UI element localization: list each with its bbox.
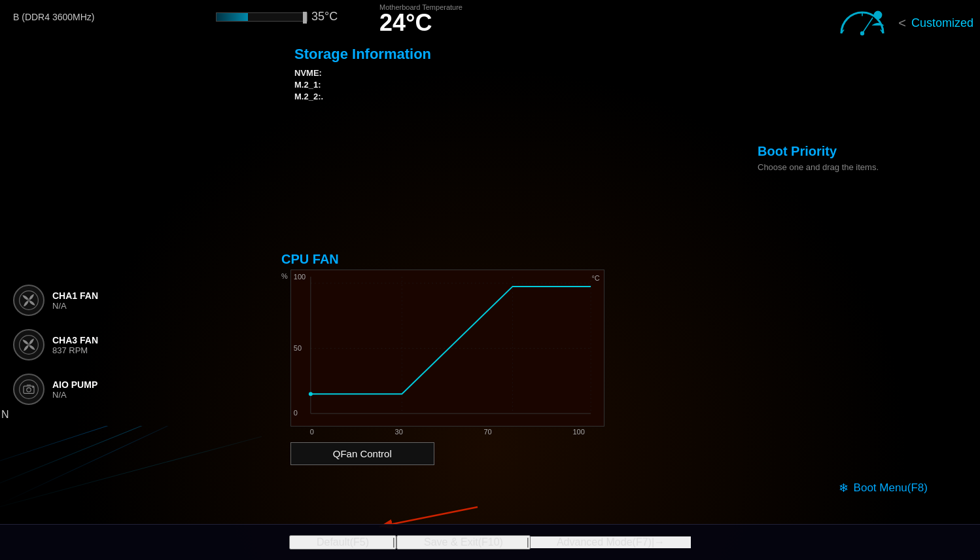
- cha1-fan-speed: N/A: [52, 301, 98, 311]
- aio-pump-name: AIO PUMP: [52, 379, 97, 390]
- customized-nav[interactable]: < Customized: [898, 16, 973, 31]
- cpu-temp-bar-thumb: [303, 12, 307, 24]
- cpu-temp-area: 35°C: [216, 10, 338, 24]
- boot-priority-section: Boot Priority Choose one and drag the it…: [758, 144, 967, 172]
- chart-x-unit: °C: [591, 274, 599, 282]
- cpu-fan-chart: 100 50 0: [290, 270, 604, 427]
- cpu-temp-bar: [216, 12, 307, 22]
- svg-rect-13: [27, 385, 31, 387]
- storage-section: Storage Information NVME: M.2_1: M.2_2:.: [294, 46, 523, 103]
- cha3-fan-info: CHA3 FAN 837 RPM: [52, 335, 98, 355]
- speedometer-icon: [836, 3, 888, 43]
- chart-svg: [291, 270, 604, 427]
- x-30-label: 30: [395, 428, 403, 436]
- cha1-fan-name: CHA1 FAN: [52, 290, 98, 301]
- chart-y-label: %: [281, 272, 288, 280]
- cha3-fan-speed: 837 RPM: [52, 345, 98, 355]
- boot-priority-desc: Choose one and drag the items.: [758, 162, 967, 172]
- aio-pump-info: AIO PUMP N/A: [52, 379, 97, 400]
- nvme-label: NVME:: [294, 68, 322, 78]
- svg-point-22: [309, 392, 313, 396]
- svg-point-7: [27, 299, 31, 302]
- mobo-temp-value: 24°C: [379, 11, 463, 35]
- default-button[interactable]: Default(F5): [289, 535, 396, 550]
- m21-label: M.2_1:: [294, 80, 321, 90]
- fan-svg-cha3: [18, 334, 39, 355]
- svg-line-3: [862, 18, 873, 33]
- boot-priority-title: Boot Priority: [758, 144, 967, 159]
- storage-title: Storage Information: [294, 46, 523, 63]
- cha3-fan-item: CHA3 FAN 837 RPM: [13, 329, 177, 360]
- cpu-temp-bar-fill: [217, 13, 248, 21]
- nvme-row: NVME:: [294, 68, 523, 78]
- aio-pump-icon: [13, 374, 44, 405]
- m21-row: M.2_1:: [294, 80, 523, 90]
- svg-point-9: [27, 343, 31, 347]
- bottom-bar: Default(F5) Save & Exit(F10) Advanced Mo…: [0, 524, 980, 560]
- mobo-temp-section: Motherboard Temperature 24°C: [379, 3, 463, 35]
- x-100-label: 100: [572, 428, 584, 436]
- cpu-fan-title: CPU FAN: [281, 252, 621, 267]
- ram-label: B (DDR4 3600MHz): [13, 12, 94, 22]
- cpu-temp-value: 35°C: [311, 10, 338, 24]
- qfan-control-button[interactable]: QFan Control: [290, 442, 434, 465]
- boot-menu-label: Boot Menu(F8): [854, 481, 928, 495]
- fans-section: CHA1 FAN N/A CHA3 FAN 837 RPM: [13, 285, 177, 418]
- save-exit-button[interactable]: Save & Exit(F10): [396, 535, 531, 550]
- mode-label: Customized: [911, 16, 973, 30]
- cha1-fan-icon: [13, 285, 44, 316]
- cha1-fan-item: CHA1 FAN N/A: [13, 285, 177, 316]
- nav-left-arrow[interactable]: <: [898, 16, 906, 31]
- svg-point-10: [20, 380, 39, 399]
- svg-point-14: [32, 387, 33, 388]
- main-content: Storage Information NVME: M.2_1: M.2_2:.…: [0, 43, 980, 521]
- cha3-fan-name: CHA3 FAN: [52, 335, 98, 345]
- svg-point-5: [874, 11, 883, 20]
- x-70-label: 70: [484, 428, 492, 436]
- snowflake-icon: ❄: [839, 481, 849, 495]
- n-label: N: [0, 409, 9, 421]
- cha1-fan-info: CHA1 FAN N/A: [52, 290, 98, 311]
- aio-pump-item: AIO PUMP N/A: [13, 374, 177, 405]
- svg-point-4: [860, 31, 864, 35]
- aio-svg: [18, 379, 39, 400]
- x-0-label: 0: [310, 428, 314, 436]
- cha3-fan-icon: [13, 329, 44, 360]
- top-right-section: < Customized: [836, 3, 973, 43]
- advanced-mode-button[interactable]: Advanced Mode(F7)|→: [531, 536, 691, 548]
- boot-menu-button[interactable]: ❄ Boot Menu(F8): [839, 481, 928, 495]
- aio-pump-speed: N/A: [52, 390, 97, 400]
- m22-row: M.2_2:.: [294, 92, 523, 101]
- m22-label: M.2_2:.: [294, 92, 323, 101]
- fan-svg-cha1: [18, 290, 39, 311]
- cpu-fan-section: CPU FAN % 100 50 0: [281, 252, 621, 465]
